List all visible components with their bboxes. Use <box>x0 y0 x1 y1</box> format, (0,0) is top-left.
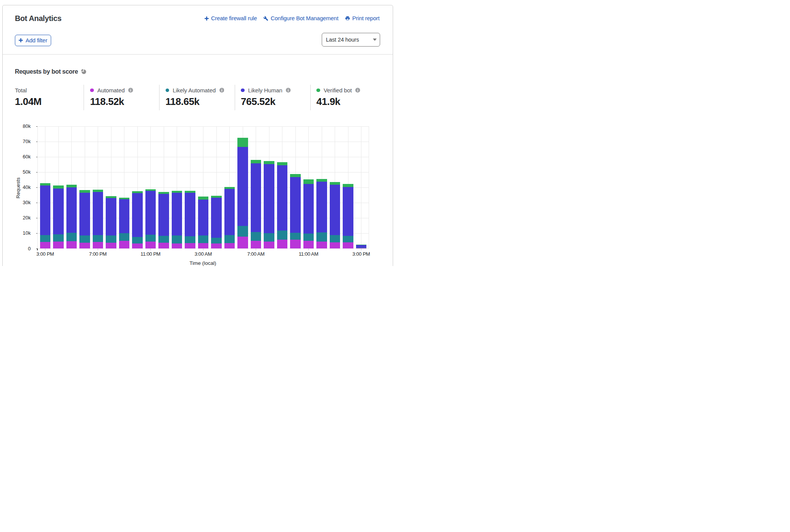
stat-verified-bot: Verified bot41.9k <box>316 86 360 108</box>
printer-icon <box>345 16 350 21</box>
stat-value: 1.04M <box>15 96 42 108</box>
stat-separator <box>84 85 84 110</box>
stat-label: Verified bot <box>324 87 352 94</box>
plus-icon <box>19 38 23 42</box>
add-filter-button[interactable]: Add filter <box>15 35 51 46</box>
time-range-select[interactable]: Last 24 hours <box>322 33 380 47</box>
chevron-down-icon <box>373 39 377 41</box>
stat-label: Automated <box>97 87 125 94</box>
info-icon[interactable] <box>286 88 291 93</box>
time-range-value: Last 24 hours <box>326 37 359 43</box>
stat-value: 41.9k <box>316 96 360 108</box>
page-title: Bot Analytics <box>15 14 61 23</box>
section-title-text: Requests by bot score <box>15 68 78 75</box>
action-label: Configure Bot Management <box>271 15 338 21</box>
stat-label: Likely Automated <box>173 87 216 94</box>
action-label: Print report <box>352 15 379 21</box>
bot-analytics-page: Bot Analytics Create firewall rule Confi… <box>0 0 395 266</box>
info-icon[interactable] <box>128 88 133 93</box>
legend-dot <box>241 89 245 92</box>
section-title: Requests by bot score <box>15 68 86 75</box>
stat-separator <box>310 85 311 110</box>
stat-total: Total1.04M <box>15 86 42 108</box>
header-actions: Create firewall rule Configure Bot Manag… <box>205 15 380 22</box>
print-report-link[interactable]: Print report <box>345 15 380 21</box>
stat-value: 118.52k <box>90 96 133 108</box>
action-label: Create firewall rule <box>211 15 257 21</box>
stat-separator <box>235 85 235 110</box>
pie-chart-icon <box>81 69 86 75</box>
stat-likely-automated: Likely Automated118.65k <box>166 86 224 108</box>
stat-label: Total <box>15 87 27 94</box>
info-icon[interactable] <box>219 88 224 93</box>
stat-value: 118.65k <box>166 96 224 108</box>
section-divider <box>3 54 393 55</box>
stat-label: Likely Human <box>248 87 282 94</box>
info-icon[interactable] <box>355 88 360 93</box>
stat-automated: Automated118.52k <box>90 86 133 108</box>
legend-dot <box>166 89 169 92</box>
create-firewall-rule-link[interactable]: Create firewall rule <box>205 15 257 21</box>
wrench-icon <box>263 16 268 21</box>
add-filter-label: Add filter <box>26 37 47 44</box>
stat-value: 765.52k <box>241 96 291 108</box>
stat-likely-human: Likely Human765.52k <box>241 86 291 108</box>
configure-bot-management-link[interactable]: Configure Bot Management <box>263 15 338 21</box>
stat-separator <box>159 85 160 110</box>
legend-dot <box>90 89 94 92</box>
plus-icon <box>205 16 209 21</box>
legend-dot <box>316 89 320 92</box>
